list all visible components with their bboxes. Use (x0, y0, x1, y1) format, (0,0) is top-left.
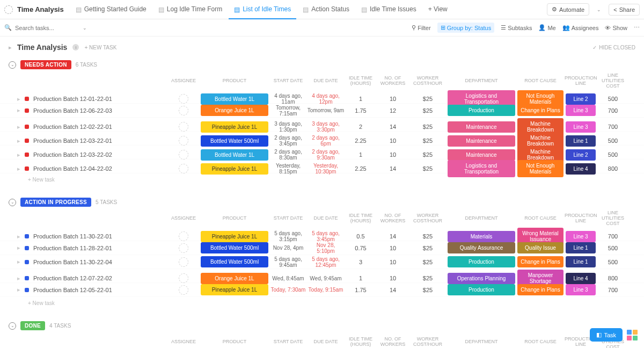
product-pill[interactable]: Pineapple Juice 1L (201, 121, 268, 133)
start-date[interactable]: 2 days ago, 8:30am (269, 149, 307, 161)
due-date[interactable]: 3 days ago, 3:30pm (307, 121, 345, 133)
search-input[interactable] (15, 25, 79, 31)
add-view[interactable]: + View (423, 0, 453, 19)
table-row[interactable]: ▸Production Batch 11-28-22-01Bottled Wat… (0, 241, 644, 255)
product-pill[interactable]: Bottled Water 500ml (201, 242, 268, 253)
start-date[interactable]: 2 days ago, 3:45pm (269, 135, 307, 147)
product-pill[interactable]: Pineapple Juice 1L (201, 284, 268, 295)
assignee-icon[interactable] (179, 94, 188, 104)
product-pill[interactable]: Pineapple Juice 1L (201, 163, 268, 175)
chevron-down-icon[interactable]: ⌄ (83, 25, 87, 31)
assignee-icon[interactable] (179, 136, 188, 146)
tab-action-status[interactable]: ▤Action Status (297, 0, 355, 19)
start-date[interactable]: Yesterday, 8:15pm (269, 163, 307, 175)
filter-button[interactable]: ⚲ Filter (412, 24, 430, 31)
collapse-group-icon[interactable]: ⌄ (9, 199, 16, 206)
tab-idle-time-issues[interactable]: ▤Idle Time Issues (356, 0, 422, 19)
assignee-icon[interactable] (179, 243, 188, 253)
assignees-button[interactable]: 👥 Assignees (562, 24, 599, 31)
share-button[interactable]: <Share (609, 4, 640, 16)
department-pill[interactable]: Production (448, 256, 515, 267)
start-date[interactable]: 4 days ago, 11am (269, 93, 307, 105)
department-pill[interactable]: Quality Assurance (448, 242, 515, 253)
tab-list-of-idle-times[interactable]: ▤List of Idle Times (229, 0, 296, 19)
table-row[interactable]: ▸Production Batch 12-06-22-03Orange Juic… (0, 104, 644, 118)
start-date[interactable]: Tomorrow, 7:15am (269, 105, 307, 117)
due-date[interactable]: 2 days ago, 9:30am (307, 149, 345, 161)
assignee-icon[interactable] (179, 273, 188, 283)
due-date[interactable]: 2 days ago, 6pm (307, 135, 345, 147)
start-date[interactable]: 3 days ago, 1:30pm (269, 121, 307, 133)
expand-icon[interactable]: ▸ (17, 151, 20, 158)
search-box[interactable]: 🔍 ⌄ (4, 24, 412, 31)
automate-chevron[interactable]: ⌄ (592, 5, 605, 15)
line-pill[interactable]: Line 1 (566, 135, 596, 147)
collapse-all-icon[interactable]: ▸ (9, 44, 12, 51)
group-by-button[interactable]: ⊞ Group by: Status (437, 23, 495, 33)
hide-closed-toggle[interactable]: ✓ HIDE CLOSED (592, 45, 635, 50)
table-row[interactable]: ▸Production Batch 12-01-22-01Bottled Wat… (0, 90, 644, 104)
assignee-icon[interactable] (179, 106, 188, 115)
expand-icon[interactable]: ▸ (17, 244, 20, 251)
expand-icon[interactable]: ▸ (17, 165, 20, 172)
line-pill[interactable]: Line 2 (566, 93, 596, 105)
due-date[interactable]: Nov 28, 5:10pm (307, 242, 345, 254)
due-date[interactable]: Today, 9:15am (307, 287, 345, 293)
table-row[interactable]: ▸Production Batch 11-30-22-04Bottled Wat… (0, 255, 644, 269)
start-date[interactable]: Nov 28, 4pm (269, 245, 307, 251)
me-button[interactable]: 👤 Me (538, 24, 555, 31)
product-pill[interactable]: Bottled Water 1L (201, 149, 268, 161)
assignee-icon[interactable] (179, 257, 188, 267)
status-pill[interactable]: NEEDS ACTION (20, 60, 71, 69)
expand-icon[interactable]: ▸ (17, 137, 20, 144)
fab-apps-icon[interactable] (627, 330, 638, 340)
line-pill[interactable]: Line 4 (566, 273, 596, 284)
status-pill[interactable]: ACTION IN PROGRESS (20, 198, 91, 207)
automate-button[interactable]: ⚙Automate (547, 3, 589, 16)
assignee-icon[interactable] (179, 285, 188, 295)
start-date[interactable]: 5 days ago, 9:45am (269, 256, 307, 268)
due-date[interactable]: Yesterday, 10:30pm (307, 163, 345, 175)
expand-icon[interactable]: ▸ (17, 275, 20, 282)
line-pill[interactable]: Line 2 (566, 149, 596, 161)
tab-getting-started-guide[interactable]: ▤Getting Started Guide (70, 0, 152, 19)
start-date[interactable]: Today, 7:30am (269, 287, 307, 293)
product-pill[interactable]: Pineapple Juice 1L (201, 231, 268, 242)
line-pill[interactable]: Line 1 (566, 256, 596, 267)
line-pill[interactable]: Line 3 (566, 231, 596, 242)
expand-icon[interactable]: ▸ (17, 107, 20, 114)
due-date[interactable]: 4 days ago, 12pm (307, 93, 345, 105)
collapse-group-icon[interactable]: ⌄ (9, 61, 16, 69)
root-cause-pill[interactable]: Change in Plans (517, 105, 564, 116)
expand-icon[interactable]: ▸ (17, 258, 20, 265)
collapse-group-icon[interactable]: ⌄ (9, 322, 16, 330)
root-cause-pill[interactable]: Quality Issue (517, 242, 564, 253)
product-pill[interactable]: Bottled Water 1L (201, 93, 268, 105)
department-pill[interactable]: Logistics and Transportation (448, 160, 515, 177)
due-date[interactable]: 5 days ago, 12:45pm (307, 256, 345, 268)
line-pill[interactable]: Line 4 (566, 163, 596, 175)
department-pill[interactable]: Materials (448, 231, 515, 242)
table-row[interactable]: ▸Production Batch 12-07-22-02Orange Juic… (0, 269, 644, 283)
expand-icon[interactable]: ▸ (17, 286, 20, 293)
assignee-icon[interactable] (179, 122, 188, 132)
tab-log-idle-time-form[interactable]: ▤Log Idle Time Form (153, 0, 228, 19)
department-pill[interactable]: Maintenance (448, 121, 515, 133)
product-pill[interactable]: Bottled Water 500ml (201, 135, 268, 147)
department-pill[interactable]: Operations Planning (448, 273, 515, 284)
line-pill[interactable]: Line 3 (566, 105, 596, 116)
department-pill[interactable]: Production (448, 284, 515, 295)
line-pill[interactable]: Line 1 (566, 242, 596, 253)
subtasks-button[interactable]: ☰ Subtasks (501, 24, 532, 31)
expand-icon[interactable]: ▸ (17, 233, 20, 240)
show-button[interactable]: 👁 Show (605, 25, 627, 31)
product-pill[interactable]: Bottled Water 500ml (201, 256, 268, 267)
info-icon[interactable]: i (72, 44, 79, 50)
due-date[interactable]: Tomorrow, 9am (307, 107, 345, 113)
expand-icon[interactable]: ▸ (17, 96, 20, 103)
department-pill[interactable]: Production (448, 105, 515, 116)
due-date[interactable]: Wed, 9:45am (307, 276, 345, 281)
table-row[interactable]: ▸Production Batch 12-02-22-01Pineapple J… (0, 118, 644, 132)
table-row[interactable]: ▸Production Batch 12-04-22-02Pineapple J… (0, 160, 644, 173)
line-pill[interactable]: Line 3 (566, 121, 596, 133)
